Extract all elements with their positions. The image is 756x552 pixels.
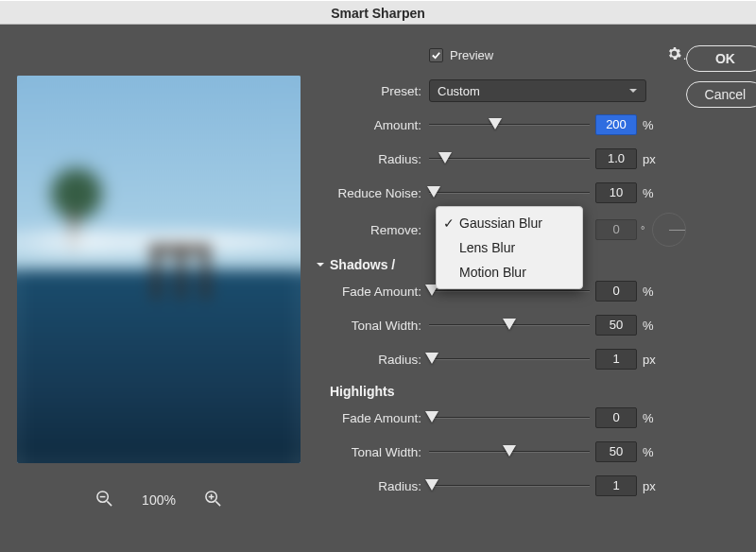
- radius-slider[interactable]: [429, 151, 590, 166]
- zoom-out-icon[interactable]: [95, 490, 113, 510]
- preview-checkbox[interactable]: [429, 48, 443, 62]
- shadows-radius-slider[interactable]: [429, 352, 590, 367]
- menu-item-gaussian-blur[interactable]: ✓Gaussian Blur: [437, 211, 582, 235]
- menu-item-motion-blur[interactable]: Motion Blur: [437, 260, 582, 285]
- reduce-noise-value[interactable]: 10: [595, 182, 637, 203]
- shadows-tonal-value[interactable]: 50: [595, 315, 637, 336]
- shadows-radius-label: Radius:: [310, 353, 429, 367]
- preset-value: Custom: [438, 84, 480, 98]
- reduce-noise-label: Reduce Noise:: [310, 186, 429, 200]
- amount-label: Amount:: [310, 118, 429, 132]
- preview-image: [17, 76, 301, 463]
- preset-dropdown[interactable]: Custom: [429, 79, 646, 102]
- settings-gear-icon[interactable]: [667, 46, 681, 63]
- highlights-radius-slider[interactable]: [429, 478, 590, 493]
- radius-unit: px: [637, 152, 663, 166]
- menu-item-lens-blur[interactable]: Lens Blur: [437, 235, 582, 260]
- shadows-fade-value[interactable]: 0: [595, 281, 637, 302]
- highlights-fade-slider[interactable]: [429, 410, 590, 425]
- highlights-section-header: Highlights: [330, 384, 686, 399]
- highlights-tonal-slider[interactable]: [429, 444, 590, 459]
- chevron-down-icon: [628, 86, 638, 95]
- highlights-fade-value[interactable]: 0: [595, 407, 637, 428]
- highlights-radius-label: Radius:: [310, 479, 429, 493]
- svg-line-1: [107, 501, 112, 506]
- amount-slider[interactable]: [429, 117, 590, 132]
- shadows-radius-value[interactable]: 1: [595, 349, 637, 370]
- angle-dial[interactable]: [652, 213, 686, 247]
- shadows-tonal-slider[interactable]: [429, 318, 590, 333]
- radius-value[interactable]: 1.0: [595, 148, 637, 169]
- cancel-button[interactable]: Cancel: [686, 81, 756, 108]
- highlights-tonal-value[interactable]: 50: [595, 441, 637, 462]
- radius-label: Radius:: [310, 152, 429, 166]
- shadows-tonal-label: Tonal Width:: [310, 319, 429, 333]
- remove-label: Remove:: [310, 223, 429, 237]
- shadows-fade-label: Fade Amount:: [310, 285, 429, 299]
- highlights-fade-label: Fade Amount:: [310, 411, 429, 425]
- remove-angle-value[interactable]: 0: [595, 219, 637, 240]
- chevron-down-icon: [316, 260, 325, 269]
- highlights-radius-value[interactable]: 1: [595, 475, 637, 496]
- zoom-level: 100%: [142, 492, 176, 508]
- preset-label: Preset:: [310, 84, 429, 98]
- zoom-in-icon[interactable]: [204, 490, 222, 510]
- ok-button[interactable]: OK: [686, 45, 756, 72]
- reduce-noise-slider[interactable]: [429, 185, 590, 200]
- degree-symbol: °: [637, 224, 644, 235]
- preview-label: Preview: [450, 48, 493, 62]
- reduce-noise-unit: %: [637, 186, 663, 200]
- remove-dropdown-menu: ✓Gaussian Blur Lens Blur Motion Blur: [436, 206, 583, 289]
- highlights-tonal-label: Tonal Width:: [310, 445, 429, 459]
- svg-line-4: [215, 501, 220, 506]
- dialog-title: Smart Sharpen: [0, 0, 756, 25]
- amount-value[interactable]: 200: [595, 114, 637, 135]
- amount-unit: %: [637, 118, 663, 132]
